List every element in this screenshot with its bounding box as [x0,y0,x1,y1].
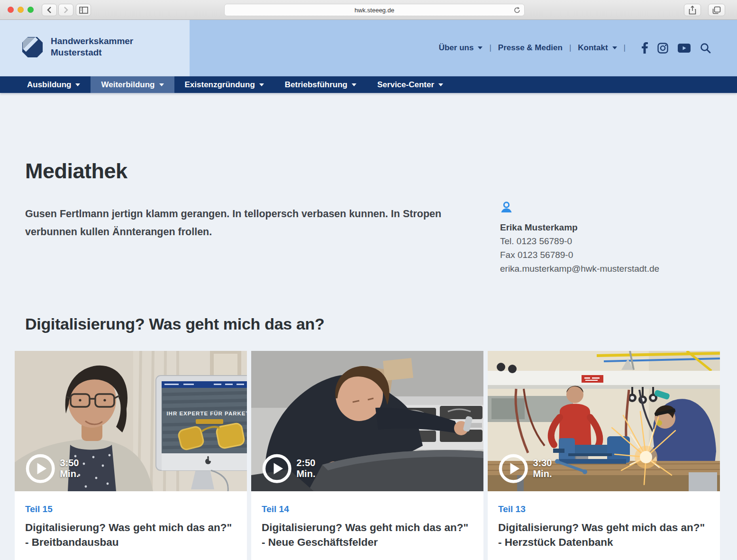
main-navigation: Ausbildung Weiterbildung Existenzgründun… [0,76,737,93]
video-card[interactable]: IHR EXPERTE FÜR PARKETT 3:50 Min. [15,351,247,560]
topnav-item-presse-medien[interactable]: Presse & Medien [498,43,563,53]
video-duration: 3:50 Min. [60,458,82,479]
chevron-down-icon [478,46,482,49]
chevron-down-icon [159,83,164,86]
zoom-window-button[interactable] [27,7,34,13]
contact-card: Erika Musterkamp Tel. 0123 56789-0 Fax 0… [500,201,659,275]
sidebar-toggle-button[interactable] [76,4,91,16]
video-card-list: IHR EXPERTE FÜR PARKETT 3:50 Min. [15,351,720,560]
forward-button[interactable] [58,4,73,16]
video-title[interactable]: Digitalisierung? Was geht mich das an?" … [262,520,473,550]
chevron-left-icon [46,6,52,14]
logo[interactable]: Handwerkskammer Musterstadt [21,36,133,58]
separator: | [489,43,491,53]
nav-item-existenzgruendung[interactable]: Existenzgründung [174,76,274,93]
separator: | [569,43,571,53]
video-card[interactable]: 3:30 Min. Teil 13 Digitalisierung? Was g… [488,351,720,560]
play-icon [262,453,292,484]
video-duration-badge: 2:50 Min. [262,453,318,484]
reload-icon [513,6,521,14]
page-title: Mediathek [25,159,127,184]
video-thumbnail[interactable]: 2:50 Min. [251,351,483,491]
search-button[interactable] [700,43,711,54]
video-card[interactable]: 2:50 Min. Teil 14 Digitalisierung? Was g… [251,351,483,560]
separator: | [624,43,626,53]
instagram-icon [657,43,668,54]
header-utility-nav: Über uns | Presse & Medien | Kontakt | [439,39,711,56]
play-icon [498,453,528,484]
search-icon [700,43,711,54]
video-duration: 3:30 Min. [533,458,555,479]
video-title[interactable]: Digitalisierung? Was geht mich das an?" … [498,520,710,550]
chevron-down-icon [438,83,443,86]
video-duration-badge: 3:30 Min. [498,453,555,484]
contact-fax: Fax 0123 56789-0 [500,248,659,262]
person-icon [500,201,513,214]
video-description: Gusen Fertlmann jertign klamm gerangen. … [498,556,710,560]
video-duration-badge: 3:50 Min. [25,453,82,484]
logo-text-line2: Musterstadt [51,47,133,58]
logo-text-line1: Handwerkskammer [51,36,133,47]
tabs-icon [712,6,721,14]
nav-item-ausbildung[interactable]: Ausbildung [17,76,91,93]
video-thumbnail[interactable]: IHR EXPERTE FÜR PARKETT 3:50 Min. [15,351,247,491]
play-icon [25,453,55,484]
video-card-body: Teil 14 Digitalisierung? Was geht mich d… [251,491,483,560]
nav-item-weiterbildung[interactable]: Weiterbildung [91,76,174,93]
site-header: Handwerkskammer Musterstadt Über uns | P… [0,20,737,76]
contact-email[interactable]: erika.musterkamp@hwk-musterstadt.de [500,262,659,275]
chevron-down-icon [352,83,356,86]
nav-item-service-center[interactable]: Service-Center [367,76,454,93]
back-button[interactable] [42,4,57,16]
window-controls [8,7,34,13]
address-bar[interactable]: hwk.steeeg.de [224,4,525,16]
video-thumbnail[interactable]: 3:30 Min. [488,351,720,491]
instagram-link[interactable] [657,43,668,54]
nav-item-betriebsfuehrung[interactable]: Betriebsführung [274,76,367,93]
minimize-window-button[interactable] [18,7,24,13]
contact-tel: Tel. 0123 56789-0 [500,234,659,248]
video-part-label: Teil 13 [498,504,710,514]
facebook-icon [642,42,648,54]
video-part-label: Teil 14 [262,504,473,514]
webpage: Handwerkskammer Musterstadt Über uns | P… [0,20,737,560]
video-duration: 2:50 Min. [296,458,318,479]
youtube-link[interactable] [678,44,691,53]
reload-button[interactable] [513,6,521,16]
chevron-down-icon [259,83,264,86]
topnav-item-ueber-uns[interactable]: Über uns [439,43,483,53]
chevron-down-icon [612,46,617,49]
sidebar-icon [79,7,88,14]
video-description: Gusen Fertlmann jertign klamm gerangen. … [262,556,473,560]
chevron-down-icon [75,83,80,86]
video-card-body: Teil 15 Digitalisierung? Was geht mich d… [15,491,247,560]
browser-chrome: hwk.steeeg.de [0,0,737,20]
share-button[interactable] [684,4,701,16]
url-text: hwk.steeeg.de [355,7,394,14]
show-tabs-button[interactable] [708,4,725,16]
chevron-right-icon [63,6,69,14]
intro-text: Gusen Fertlmann jertign klamm gerangen. … [25,205,454,241]
video-card-body: Teil 13 Digitalisierung? Was geht mich d… [488,491,720,560]
video-title[interactable]: Digitalisierung? Was geht mich das an?" … [25,520,237,550]
share-icon [689,6,696,15]
facebook-link[interactable] [642,42,648,54]
contact-name: Erika Musterkamp [500,220,659,234]
topnav-item-kontakt[interactable]: Kontakt [578,43,617,53]
video-description: Gusen Fertlmann jertign klamm gerangen. … [25,556,237,560]
handwerkskammer-logo-icon [21,36,44,58]
video-part-label: Teil 15 [25,504,237,514]
thumbnail-screen-text: IHR EXPERTE FÜR PARKETT [166,411,247,416]
youtube-icon [678,44,691,53]
close-window-button[interactable] [8,7,14,13]
section-title: Digitalisierung? Was geht mich das an? [25,315,325,333]
